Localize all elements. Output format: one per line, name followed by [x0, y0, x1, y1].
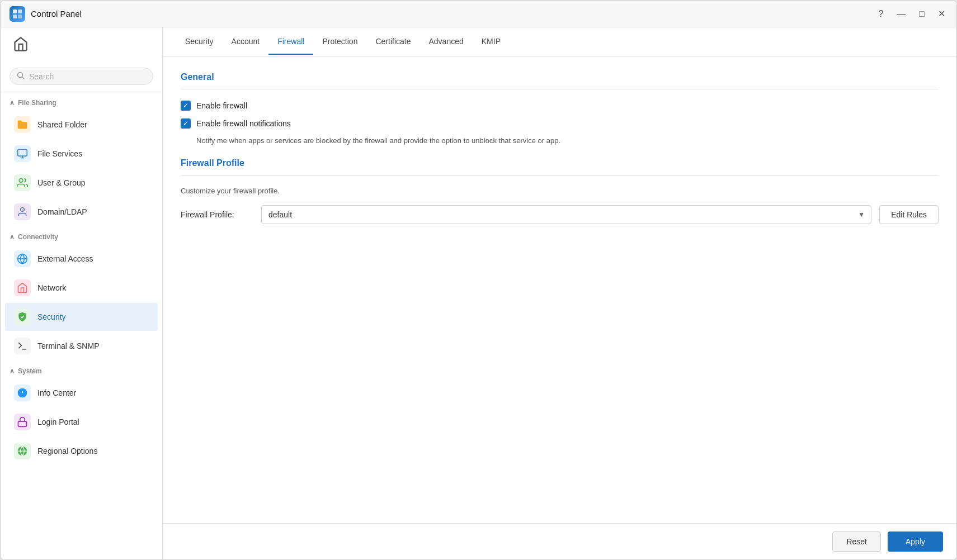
domain-ldap-icon — [14, 203, 31, 220]
regional-options-icon — [14, 443, 31, 459]
profile-select-wrap: default ▼ — [261, 205, 871, 224]
user-group-label: User & Group — [37, 178, 86, 187]
file-sharing-section-label[interactable]: ∧ File Sharing — [1, 92, 162, 110]
app-icon — [10, 6, 25, 22]
tab-kmip[interactable]: KMIP — [473, 29, 510, 55]
sidebar-item-shared-folder[interactable]: Shared Folder — [5, 111, 158, 139]
terminal-icon — [14, 338, 31, 354]
titlebar: Control Panel ? — □ ✕ — [1, 1, 956, 27]
file-services-icon — [14, 145, 31, 162]
firewall-profile-select[interactable]: default — [261, 205, 871, 224]
chevron-down-icon-3: ∧ — [10, 367, 15, 375]
svg-rect-2 — [13, 15, 17, 18]
user-group-icon — [14, 174, 31, 191]
edit-rules-button[interactable]: Edit Rules — [879, 205, 939, 224]
login-portal-label: Login Portal — [37, 417, 79, 426]
enable-firewall-row: ✓ Enable firewall — [181, 101, 939, 111]
content-pane: Security Account Firewall Protection Cer… — [163, 27, 956, 559]
enable-notifications-row: ✓ Enable firewall notifications — [181, 118, 939, 129]
shared-folder-icon — [14, 116, 31, 133]
profile-field-label: Firewall Profile: — [181, 210, 253, 219]
login-portal-icon — [14, 414, 31, 430]
home-row — [1, 27, 162, 61]
svg-point-9 — [19, 179, 23, 183]
general-section-title: General — [181, 72, 939, 82]
security-label: Security — [37, 312, 66, 321]
main-area: ∧ File Sharing Shared Folder — [1, 27, 956, 559]
window-controls: ? — □ ✕ — [876, 7, 947, 21]
firewall-profile-divider — [181, 175, 939, 175]
svg-rect-6 — [18, 150, 27, 156]
enable-firewall-label: Enable firewall — [196, 101, 247, 110]
general-section: General ✓ Enable firewall ✓ Enable firew… — [181, 72, 939, 145]
svg-line-5 — [22, 77, 25, 79]
window-title: Control Panel — [31, 9, 870, 18]
tab-advanced[interactable]: Advanced — [419, 29, 472, 55]
home-button[interactable] — [10, 33, 32, 55]
control-panel-window: Control Panel ? — □ ✕ — [0, 0, 957, 560]
chevron-down-icon-2: ∧ — [10, 233, 15, 241]
customize-text: Customize your firewall profile. — [181, 187, 939, 195]
external-access-icon — [14, 250, 31, 267]
sidebar-item-file-services[interactable]: File Services — [5, 140, 158, 168]
security-icon — [14, 309, 31, 325]
enable-notifications-checkbox[interactable]: ✓ — [181, 118, 191, 129]
system-section-label[interactable]: ∧ System — [1, 360, 162, 378]
sidebar-item-user-group[interactable]: User & Group — [5, 169, 158, 197]
connectivity-section-label[interactable]: ∧ Connectivity — [1, 226, 162, 244]
search-input[interactable] — [29, 72, 146, 81]
sidebar-item-network[interactable]: Network — [5, 274, 158, 302]
chevron-down-icon: ∧ — [10, 99, 15, 107]
checkmark-icon-2: ✓ — [183, 120, 188, 127]
network-label: Network — [37, 283, 66, 292]
sidebar-item-regional-options[interactable]: Regional Options — [5, 437, 158, 465]
file-services-label: File Services — [37, 149, 82, 158]
sidebar-item-domain-ldap[interactable]: Domain/LDAP — [5, 198, 158, 226]
tab-account[interactable]: Account — [223, 29, 269, 55]
enable-notifications-label: Enable firewall notifications — [196, 119, 291, 128]
svg-rect-3 — [18, 15, 22, 18]
info-center-label: Info Center — [37, 388, 76, 397]
apply-button[interactable]: Apply — [888, 531, 943, 552]
content-footer: Reset Apply — [163, 523, 956, 559]
sidebar-item-terminal-snmp[interactable]: Terminal & SNMP — [5, 332, 158, 360]
sidebar-item-security[interactable]: Security — [5, 303, 158, 331]
sidebar: ∧ File Sharing Shared Folder — [1, 27, 163, 559]
close-button[interactable]: ✕ — [936, 7, 947, 21]
tab-security[interactable]: Security — [176, 29, 223, 55]
svg-rect-0 — [13, 10, 17, 13]
regional-options-label: Regional Options — [37, 447, 97, 455]
help-button[interactable]: ? — [876, 7, 885, 21]
tab-certificate[interactable]: Certificate — [366, 29, 419, 55]
search-icon — [17, 72, 25, 81]
sidebar-item-login-portal[interactable]: Login Portal — [5, 408, 158, 436]
firewall-profile-row: Firewall Profile: default ▼ Edit Rules — [181, 205, 939, 224]
enable-firewall-checkbox[interactable]: ✓ — [181, 101, 191, 111]
content-body: General ✓ Enable firewall ✓ Enable firew… — [163, 56, 956, 523]
search-section — [1, 61, 162, 92]
firewall-profile-section: Firewall Profile Customize your firewall… — [181, 158, 939, 224]
svg-point-10 — [21, 208, 25, 212]
info-center-icon — [14, 385, 31, 401]
svg-rect-1 — [18, 10, 22, 13]
minimize-button[interactable]: — — [894, 7, 908, 21]
checkmark-icon: ✓ — [183, 102, 188, 109]
tab-bar: Security Account Firewall Protection Cer… — [163, 27, 956, 56]
domain-ldap-label: Domain/LDAP — [37, 207, 87, 216]
tab-firewall[interactable]: Firewall — [268, 29, 313, 55]
svg-rect-17 — [18, 421, 27, 426]
terminal-snmp-label: Terminal & SNMP — [37, 341, 99, 350]
firewall-profile-title: Firewall Profile — [181, 158, 939, 168]
maximize-button[interactable]: □ — [917, 7, 927, 21]
sidebar-item-external-access[interactable]: External Access — [5, 245, 158, 273]
notification-note: Notify me when apps or services are bloc… — [196, 136, 939, 145]
shared-folder-label: Shared Folder — [37, 120, 87, 129]
tab-protection[interactable]: Protection — [313, 29, 366, 55]
general-divider — [181, 89, 939, 89]
reset-button[interactable]: Reset — [832, 531, 881, 552]
search-box — [10, 68, 153, 85]
external-access-label: External Access — [37, 254, 93, 263]
sidebar-item-info-center[interactable]: Info Center — [5, 379, 158, 407]
network-icon — [14, 279, 31, 296]
